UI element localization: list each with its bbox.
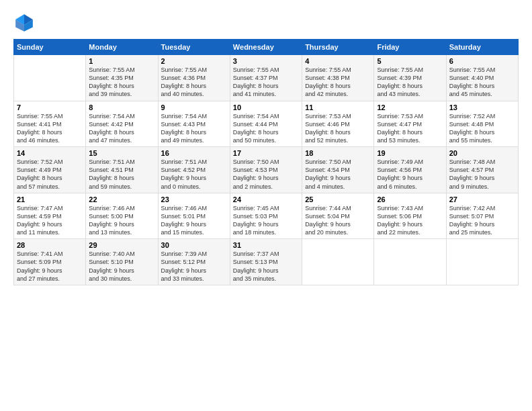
calendar-cell: 5Sunrise: 7:55 AM Sunset: 4:39 PM Daylig… (374, 55, 446, 101)
week-row-1: 1Sunrise: 7:55 AM Sunset: 4:35 PM Daylig… (14, 55, 519, 101)
day-header-sunday: Sunday (14, 40, 86, 55)
days-header-row: SundayMondayTuesdayWednesdayThursdayFrid… (14, 40, 519, 55)
day-number: 22 (89, 195, 154, 203)
day-info: Sunrise: 7:55 AM Sunset: 4:41 PM Dayligh… (17, 112, 83, 145)
day-info: Sunrise: 7:52 AM Sunset: 4:49 PM Dayligh… (17, 158, 83, 191)
day-info: Sunrise: 7:46 AM Sunset: 5:01 PM Dayligh… (161, 204, 227, 237)
day-number: 26 (377, 195, 443, 203)
day-number: 19 (377, 149, 443, 157)
day-number: 24 (233, 195, 299, 203)
week-row-2: 7Sunrise: 7:55 AM Sunset: 4:41 PM Daylig… (14, 101, 519, 147)
calendar-cell (14, 55, 86, 101)
day-info: Sunrise: 7:54 AM Sunset: 4:44 PM Dayligh… (233, 112, 299, 145)
day-number: 30 (161, 241, 227, 249)
day-info: Sunrise: 7:51 AM Sunset: 4:52 PM Dayligh… (161, 158, 227, 191)
calendar-cell: 14Sunrise: 7:52 AM Sunset: 4:49 PM Dayli… (14, 147, 86, 193)
calendar-cell: 1Sunrise: 7:55 AM Sunset: 4:35 PM Daylig… (86, 55, 158, 101)
calendar-table: SundayMondayTuesdayWednesdayThursdayFrid… (13, 39, 519, 285)
day-header-saturday: Saturday (446, 40, 518, 55)
day-info: Sunrise: 7:50 AM Sunset: 4:54 PM Dayligh… (305, 158, 371, 191)
calendar-cell: 21Sunrise: 7:47 AM Sunset: 4:59 PM Dayli… (14, 193, 86, 239)
logo (13, 12, 38, 34)
day-number: 2 (161, 57, 227, 65)
day-number: 17 (233, 149, 299, 157)
day-info: Sunrise: 7:42 AM Sunset: 5:07 PM Dayligh… (449, 204, 515, 237)
calendar-cell: 30Sunrise: 7:39 AM Sunset: 5:12 PM Dayli… (158, 239, 230, 285)
calendar-cell: 8Sunrise: 7:54 AM Sunset: 4:42 PM Daylig… (86, 101, 158, 147)
day-number: 4 (305, 57, 371, 65)
calendar-cell: 27Sunrise: 7:42 AM Sunset: 5:07 PM Dayli… (446, 193, 518, 239)
calendar-cell: 31Sunrise: 7:37 AM Sunset: 5:13 PM Dayli… (230, 239, 302, 285)
day-number: 16 (161, 149, 227, 157)
calendar-page: SundayMondayTuesdayWednesdayThursdayFrid… (0, 0, 532, 411)
day-info: Sunrise: 7:54 AM Sunset: 4:43 PM Dayligh… (161, 112, 227, 145)
day-number: 14 (17, 149, 83, 157)
day-number: 12 (377, 103, 443, 111)
day-number: 27 (449, 195, 515, 203)
day-info: Sunrise: 7:43 AM Sunset: 5:06 PM Dayligh… (377, 204, 443, 237)
calendar-cell: 23Sunrise: 7:46 AM Sunset: 5:01 PM Dayli… (158, 193, 230, 239)
day-info: Sunrise: 7:55 AM Sunset: 4:39 PM Dayligh… (377, 66, 443, 99)
calendar-cell: 2Sunrise: 7:55 AM Sunset: 4:36 PM Daylig… (158, 55, 230, 101)
day-number: 13 (449, 103, 515, 111)
day-number: 3 (233, 57, 299, 65)
calendar-cell: 15Sunrise: 7:51 AM Sunset: 4:51 PM Dayli… (86, 147, 158, 193)
logo-icon (13, 12, 35, 34)
calendar-cell: 13Sunrise: 7:52 AM Sunset: 4:48 PM Dayli… (446, 101, 518, 147)
day-number: 29 (89, 241, 154, 249)
day-info: Sunrise: 7:39 AM Sunset: 5:12 PM Dayligh… (161, 250, 227, 283)
day-info: Sunrise: 7:55 AM Sunset: 4:38 PM Dayligh… (305, 66, 371, 99)
day-number: 21 (17, 195, 83, 203)
calendar-cell: 3Sunrise: 7:55 AM Sunset: 4:37 PM Daylig… (230, 55, 302, 101)
calendar-cell: 22Sunrise: 7:46 AM Sunset: 5:00 PM Dayli… (86, 193, 158, 239)
day-number: 20 (449, 149, 515, 157)
calendar-cell: 17Sunrise: 7:50 AM Sunset: 4:53 PM Dayli… (230, 147, 302, 193)
calendar-cell: 4Sunrise: 7:55 AM Sunset: 4:38 PM Daylig… (302, 55, 374, 101)
day-number: 1 (89, 57, 154, 65)
day-info: Sunrise: 7:55 AM Sunset: 4:40 PM Dayligh… (449, 66, 515, 99)
day-info: Sunrise: 7:47 AM Sunset: 4:59 PM Dayligh… (17, 204, 83, 237)
calendar-cell: 29Sunrise: 7:40 AM Sunset: 5:10 PM Dayli… (86, 239, 158, 285)
calendar-body: 1Sunrise: 7:55 AM Sunset: 4:35 PM Daylig… (14, 55, 519, 285)
week-row-4: 21Sunrise: 7:47 AM Sunset: 4:59 PM Dayli… (14, 193, 519, 239)
day-number: 15 (89, 149, 154, 157)
week-row-5: 28Sunrise: 7:41 AM Sunset: 5:09 PM Dayli… (14, 239, 519, 285)
day-info: Sunrise: 7:46 AM Sunset: 5:00 PM Dayligh… (89, 204, 154, 237)
day-number: 8 (89, 103, 154, 111)
day-number: 25 (305, 195, 371, 203)
calendar-cell: 11Sunrise: 7:53 AM Sunset: 4:46 PM Dayli… (302, 101, 374, 147)
day-number: 5 (377, 57, 443, 65)
day-header-tuesday: Tuesday (158, 40, 230, 55)
day-header-thursday: Thursday (302, 40, 374, 55)
calendar-cell: 10Sunrise: 7:54 AM Sunset: 4:44 PM Dayli… (230, 101, 302, 147)
calendar-cell: 26Sunrise: 7:43 AM Sunset: 5:06 PM Dayli… (374, 193, 446, 239)
calendar-cell: 24Sunrise: 7:45 AM Sunset: 5:03 PM Dayli… (230, 193, 302, 239)
calendar-cell (302, 239, 374, 285)
day-number: 31 (233, 241, 299, 249)
calendar-cell: 6Sunrise: 7:55 AM Sunset: 4:40 PM Daylig… (446, 55, 518, 101)
day-info: Sunrise: 7:50 AM Sunset: 4:53 PM Dayligh… (233, 158, 299, 191)
day-info: Sunrise: 7:40 AM Sunset: 5:10 PM Dayligh… (89, 250, 154, 283)
header (13, 12, 519, 34)
day-header-friday: Friday (374, 40, 446, 55)
calendar-cell: 9Sunrise: 7:54 AM Sunset: 4:43 PM Daylig… (158, 101, 230, 147)
calendar-cell: 20Sunrise: 7:48 AM Sunset: 4:57 PM Dayli… (446, 147, 518, 193)
day-info: Sunrise: 7:55 AM Sunset: 4:35 PM Dayligh… (89, 66, 154, 99)
calendar-cell: 19Sunrise: 7:49 AM Sunset: 4:56 PM Dayli… (374, 147, 446, 193)
day-info: Sunrise: 7:44 AM Sunset: 5:04 PM Dayligh… (305, 204, 371, 237)
day-info: Sunrise: 7:53 AM Sunset: 4:46 PM Dayligh… (305, 112, 371, 145)
day-number: 23 (161, 195, 227, 203)
day-info: Sunrise: 7:51 AM Sunset: 4:51 PM Dayligh… (89, 158, 154, 191)
day-info: Sunrise: 7:48 AM Sunset: 4:57 PM Dayligh… (449, 158, 515, 191)
calendar-cell (446, 239, 518, 285)
day-info: Sunrise: 7:37 AM Sunset: 5:13 PM Dayligh… (233, 250, 299, 283)
calendar-cell (374, 239, 446, 285)
calendar-cell: 7Sunrise: 7:55 AM Sunset: 4:41 PM Daylig… (14, 101, 86, 147)
calendar-cell: 12Sunrise: 7:53 AM Sunset: 4:47 PM Dayli… (374, 101, 446, 147)
calendar-cell: 25Sunrise: 7:44 AM Sunset: 5:04 PM Dayli… (302, 193, 374, 239)
day-info: Sunrise: 7:54 AM Sunset: 4:42 PM Dayligh… (89, 112, 154, 145)
day-number: 6 (449, 57, 515, 65)
day-number: 7 (17, 103, 83, 111)
day-info: Sunrise: 7:52 AM Sunset: 4:48 PM Dayligh… (449, 112, 515, 145)
calendar-cell: 16Sunrise: 7:51 AM Sunset: 4:52 PM Dayli… (158, 147, 230, 193)
